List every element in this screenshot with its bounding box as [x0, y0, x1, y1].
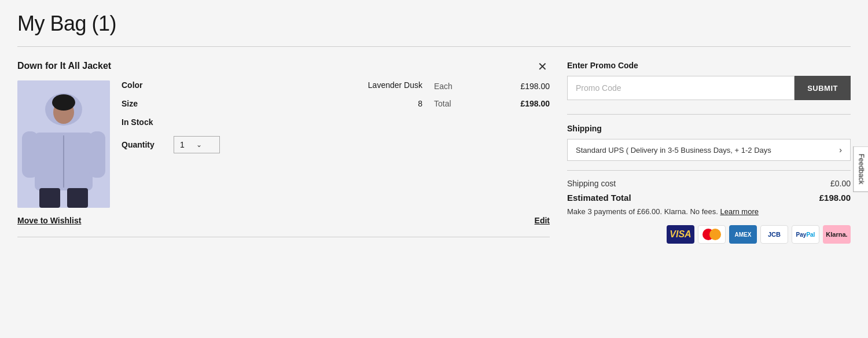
chevron-right-icon: › [839, 145, 842, 155]
jcb-icon: JCB [760, 225, 788, 244]
size-row: Size 8 [122, 99, 422, 108]
shipping-option[interactable]: Standard UPS ( Delivery in 3-5 Business … [567, 139, 851, 161]
quantity-label: Quantity [122, 140, 174, 149]
payment-icons: VISA AMEX JCB PayPal Klarna. [567, 225, 851, 244]
promo-submit-button[interactable]: SUBMIT [795, 76, 851, 100]
total-price: £198.00 [520, 99, 550, 108]
svg-rect-5 [22, 131, 38, 178]
total-price-row: Total £198.00 [434, 99, 550, 108]
color-value: Lavender Dusk [368, 80, 422, 90]
color-row: Color Lavender Dusk [122, 80, 422, 90]
estimated-total-label: Estimated Total [567, 193, 631, 203]
each-label: Each [434, 82, 453, 91]
svg-rect-7 [39, 188, 60, 208]
svg-rect-6 [89, 131, 105, 178]
quantity-selector[interactable]: 1 ⌄ [174, 136, 220, 153]
quantity-row: Quantity 1 ⌄ [122, 136, 422, 153]
quantity-value: 1 [180, 140, 185, 149]
estimated-total-row: Estimated Total £198.00 [567, 193, 851, 203]
feedback-label: Feedback [858, 154, 866, 185]
estimated-total-value: £198.00 [819, 193, 851, 203]
each-price: £198.00 [520, 82, 550, 91]
paypal-icon: PayPal [792, 225, 819, 244]
size-label: Size [122, 99, 174, 108]
cart-item-card: Down for It All Jacket ✕ [17, 61, 550, 237]
shipping-section: Shipping Standard UPS ( Delivery in 3-5 … [567, 114, 851, 161]
klarna-icon: Klarna. [823, 225, 851, 244]
bottom-action-row: Move to Wishlist Edit [17, 216, 550, 225]
visa-icon: VISA [667, 225, 694, 244]
cart-section: Down for It All Jacket ✕ [17, 61, 550, 244]
amex-icon: AMEX [729, 225, 757, 244]
feedback-tab[interactable]: Feedback [854, 146, 868, 192]
page-title: My Bag (1) [17, 12, 851, 36]
sidebar-section: Enter Promo Code SUBMIT Shipping Standar… [567, 61, 851, 244]
edit-button[interactable]: Edit [535, 216, 550, 225]
in-stock-label: In Stock [122, 117, 422, 127]
color-label: Color [122, 80, 174, 90]
promo-section: Enter Promo Code SUBMIT [567, 61, 851, 100]
shipping-option-text: Standard UPS ( Delivery in 3-5 Business … [576, 146, 833, 155]
shipping-cost-row: Shipping cost £0.00 [567, 179, 851, 188]
item-price-col: Each £198.00 Total £198.00 [434, 80, 550, 208]
summary-section: Shipping cost £0.00 Estimated Total £198… [567, 170, 851, 244]
shipping-title: Shipping [567, 124, 851, 133]
each-price-row: Each £198.00 [434, 82, 550, 91]
chevron-down-icon: ⌄ [196, 141, 202, 149]
klarna-info: Make 3 payments of £66.00. Klarna. No fe… [567, 207, 851, 216]
promo-input-row: SUBMIT [567, 76, 851, 100]
item-top-row: Color Lavender Dusk Size 8 In Stock Quan… [17, 80, 550, 208]
divider [17, 46, 851, 47]
promo-code-input[interactable] [567, 76, 795, 100]
cart-item-header: Down for It All Jacket ✕ [17, 61, 550, 72]
promo-title: Enter Promo Code [567, 61, 851, 70]
learn-more-link[interactable]: Learn more [720, 207, 759, 216]
item-name: Down for It All Jacket [17, 61, 111, 71]
svg-rect-8 [67, 188, 88, 208]
mastercard-icon [698, 225, 726, 244]
svg-point-9 [52, 94, 75, 111]
shipping-cost-value: £0.00 [830, 179, 851, 188]
item-image [17, 80, 110, 208]
klarna-payment-text: Make 3 payments of £66.00. Klarna. No fe… [567, 207, 718, 216]
size-value: 8 [418, 99, 422, 108]
remove-item-button[interactable]: ✕ [535, 61, 550, 72]
move-to-wishlist-button[interactable]: Move to Wishlist [17, 216, 81, 225]
item-center-col: Color Lavender Dusk Size 8 In Stock Quan… [122, 80, 422, 208]
shipping-cost-label: Shipping cost [567, 179, 616, 188]
total-label: Total [434, 99, 451, 108]
